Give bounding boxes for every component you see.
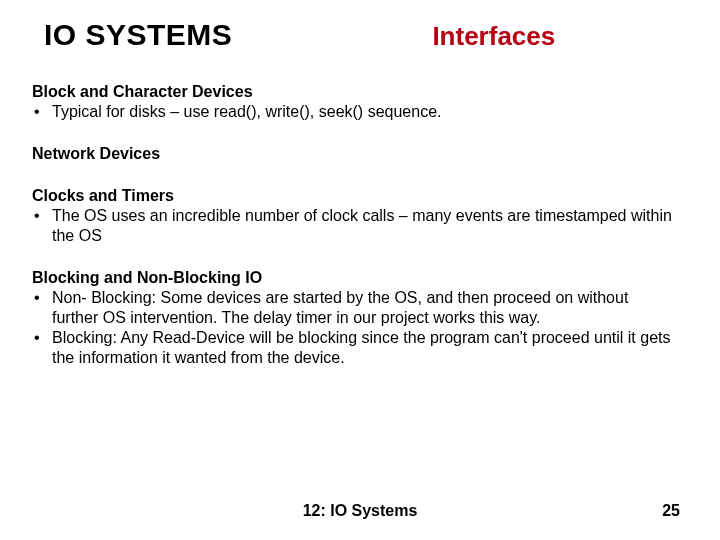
section-block-char-devices: Block and Character Devices • Typical fo…: [32, 82, 688, 122]
bullet-text: Non- Blocking: Some devices are started …: [50, 288, 688, 328]
footer-page-number: 25: [662, 502, 680, 520]
bullet-item: • Blocking: Any Read-Device will be bloc…: [32, 328, 688, 368]
section-heading: Clocks and Timers: [32, 186, 688, 206]
bullet-text: The OS uses an incredible number of cloc…: [50, 206, 688, 246]
slide-header: IO SYSTEMS Interfaces: [0, 0, 720, 52]
section-heading: Network Devices: [32, 144, 688, 164]
slide-title-right: Interfaces: [432, 21, 555, 52]
bullet-item: • The OS uses an incredible number of cl…: [32, 206, 688, 246]
bullet-text: Typical for disks – use read(), write(),…: [50, 102, 688, 122]
bullet-dot-icon: •: [34, 102, 50, 122]
section-blocking-nonblocking: Blocking and Non-Blocking IO • Non- Bloc…: [32, 268, 688, 368]
slide-title-left: IO SYSTEMS: [44, 18, 232, 52]
bullet-dot-icon: •: [34, 288, 50, 328]
section-heading: Blocking and Non-Blocking IO: [32, 268, 688, 288]
bullet-text: Blocking: Any Read-Device will be blocki…: [50, 328, 688, 368]
section-network-devices: Network Devices: [32, 144, 688, 164]
slide-content: Block and Character Devices • Typical fo…: [0, 52, 720, 368]
bullet-item: • Typical for disks – use read(), write(…: [32, 102, 688, 122]
section-clocks-timers: Clocks and Timers • The OS uses an incre…: [32, 186, 688, 246]
bullet-dot-icon: •: [34, 328, 50, 368]
footer-center-text: 12: IO Systems: [303, 502, 418, 520]
section-heading: Block and Character Devices: [32, 82, 688, 102]
bullet-item: • Non- Blocking: Some devices are starte…: [32, 288, 688, 328]
bullet-dot-icon: •: [34, 206, 50, 246]
slide-footer: 12: IO Systems 25: [0, 502, 720, 520]
